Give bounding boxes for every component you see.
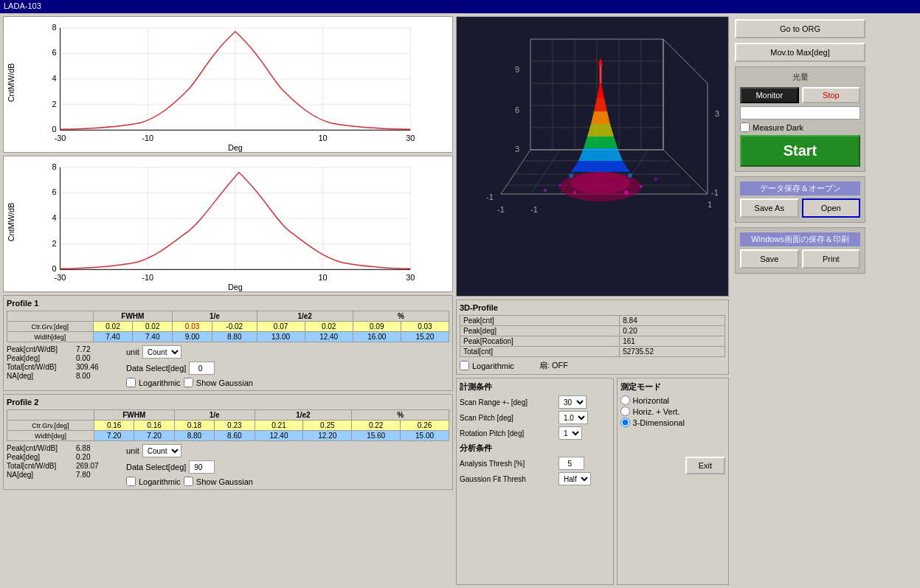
p2-wid-1e2: 8.60 <box>215 431 255 441</box>
p1-unit-select[interactable]: Count mW dB <box>142 345 181 359</box>
p2-show-gaussian-label: Show Gaussian <box>196 477 253 486</box>
mode-title: 測定モード <box>620 381 725 392</box>
monitor-button[interactable]: Monitor <box>740 87 799 103</box>
p2-peak-cnt: 6.88 <box>76 444 113 452</box>
p2-wid-1e1: 8.80 <box>174 431 214 441</box>
stop-button[interactable]: Stop <box>802 87 861 103</box>
windows-section-header: Windows画面の保存＆印刷 <box>740 232 860 246</box>
svg-text:Deg: Deg <box>228 143 243 152</box>
mode-horiz-vert-radio[interactable] <box>620 407 630 416</box>
svg-text:6: 6 <box>52 187 56 196</box>
p2-wid-fwhm2: 7.20 <box>134 431 174 441</box>
p2-total: 269.07 <box>76 462 113 470</box>
peak-cnt-value: 8.84 <box>620 316 725 326</box>
svg-text:-1: -1 <box>486 193 494 201</box>
p1-show-gaussian-label: Show Gaussian <box>196 378 253 387</box>
svg-text:2: 2 <box>52 239 56 248</box>
p2-data-select-label: Data Select[deg] <box>126 463 186 471</box>
save-as-button[interactable]: Save As <box>740 198 799 218</box>
mode-horizontal-label: Horizontal <box>633 396 670 405</box>
profile1-panel: Profile 1 FWHM 1/e 1/e2 % Ctr.Grv.[deg] … <box>3 295 453 391</box>
svg-point-88 <box>569 173 573 178</box>
rotation-pitch-select[interactable]: 1 2 5 <box>558 426 582 440</box>
p2-show-gaussian-checkbox[interactable] <box>184 477 193 486</box>
svg-text:3: 3 <box>715 109 719 118</box>
scan-pitch-select[interactable]: 1.0 0.5 2.0 <box>558 411 588 424</box>
p2-unit-select[interactable]: Count mW dB <box>142 444 181 457</box>
analysis-thresh-input[interactable] <box>558 457 584 470</box>
p1-show-gaussian-checkbox[interactable] <box>184 378 193 387</box>
p1-wid-1e22: 12.40 <box>305 332 353 342</box>
svg-text:CntMW/dB: CntMW/dB <box>7 203 15 242</box>
mode-horiz-vert-label: Horiz. + Vert. <box>633 407 680 416</box>
svg-text:-1: -1 <box>530 205 538 214</box>
open-button[interactable]: Open <box>802 198 861 218</box>
gaussian-fit-select[interactable]: Half Full <box>558 472 591 485</box>
p2-ctr-pct1: 0.22 <box>352 421 401 431</box>
p2-logarithmic-checkbox[interactable] <box>126 477 136 486</box>
p1-wid-fwhm1: 7.40 <box>93 332 133 342</box>
p2-wid-fwhm1: 7.20 <box>94 431 134 441</box>
p2-data-select-input[interactable] <box>189 460 215 474</box>
svg-text:6: 6 <box>515 106 519 114</box>
svg-rect-24 <box>5 156 450 291</box>
p1-na: 8.00 <box>76 372 113 380</box>
threed-logarithmic-label: Logarithmic <box>472 362 514 370</box>
p2-ctr-1e22: 0.25 <box>303 421 352 431</box>
p2-ctr-1e2: 0.23 <box>215 421 255 431</box>
measurement-mode-panel: 測定モード Horizontal Horiz. + Vert. 3-Dimens… <box>617 378 729 585</box>
svg-text:-30: -30 <box>55 273 66 282</box>
p1-ctr-1e22: 0.02 <box>305 322 353 332</box>
p1-ctr-fwhm1: 0.02 <box>93 322 133 332</box>
p1-wid-1e21: 13.00 <box>257 332 305 342</box>
svg-text:0: 0 <box>52 264 56 273</box>
svg-marker-74 <box>578 148 623 161</box>
profile2-title: Profile 2 <box>7 398 449 407</box>
svg-text:8: 8 <box>52 162 56 171</box>
svg-text:9: 9 <box>515 65 519 74</box>
p1-total: 309.46 <box>76 363 113 371</box>
title-bar: LADA-103 <box>0 0 920 13</box>
p2-na: 7.80 <box>76 471 113 479</box>
save-button[interactable]: Save <box>740 249 799 269</box>
goto-org-button[interactable]: Go to ORG <box>735 19 865 38</box>
p2-logarithmic-label: Logarithmic <box>139 477 181 486</box>
p1-wid-fwhm2: 7.40 <box>133 332 173 342</box>
print-button[interactable]: Print <box>802 249 861 269</box>
p2-wid-1e21: 12.40 <box>255 431 303 441</box>
light-label: 光量 <box>740 72 860 83</box>
total-cnt-label: Total[cnt] <box>460 347 620 357</box>
svg-text:30: 30 <box>406 273 415 282</box>
p1-ctr-1e2: -0.02 <box>212 322 257 332</box>
light-progress-bar <box>740 106 860 120</box>
svg-text:-1: -1 <box>711 188 719 197</box>
p1-ctr-1e21: 0.07 <box>257 322 305 332</box>
svg-text:-10: -10 <box>142 273 153 282</box>
p1-peak-cnt: 7.72 <box>76 345 113 353</box>
p1-data-select-input[interactable] <box>189 362 215 375</box>
p1-logarithmic-checkbox[interactable] <box>126 378 136 387</box>
p1-wid-1e1: 9.00 <box>173 332 212 342</box>
p1-data-select-label: Data Select[deg] <box>126 364 186 373</box>
svg-text:8: 8 <box>52 23 56 32</box>
exit-button[interactable]: Exit <box>685 457 725 474</box>
mov-to-max-button[interactable]: Mov.to Max[deg] <box>735 43 865 62</box>
threed-logarithmic-checkbox[interactable] <box>460 361 469 370</box>
mode-horizontal-radio[interactable] <box>620 395 630 405</box>
measure-dark-label: Measure Dark <box>753 123 803 132</box>
measure-dark-checkbox[interactable] <box>740 122 750 132</box>
svg-point-72 <box>571 172 630 194</box>
svg-text:30: 30 <box>406 134 415 142</box>
start-button[interactable]: Start <box>740 135 860 167</box>
p1-ctr-fwhm2: 0.02 <box>133 322 173 332</box>
analysis-conditions-title: 分析条件 <box>460 443 610 454</box>
svg-text:-30: -30 <box>55 134 66 142</box>
scan-range-select[interactable]: 30 10 20 45 60 <box>558 395 587 409</box>
svg-text:4: 4 <box>52 74 56 83</box>
fan-label: 扇: OFF <box>539 360 568 371</box>
svg-point-84 <box>573 191 576 194</box>
mode-3d-radio[interactable] <box>620 418 630 427</box>
p1-ctr-1e1: 0.03 <box>173 322 212 332</box>
svg-text:10: 10 <box>319 273 328 282</box>
peak-rotation-label: Peak[Rocation] <box>460 336 620 347</box>
